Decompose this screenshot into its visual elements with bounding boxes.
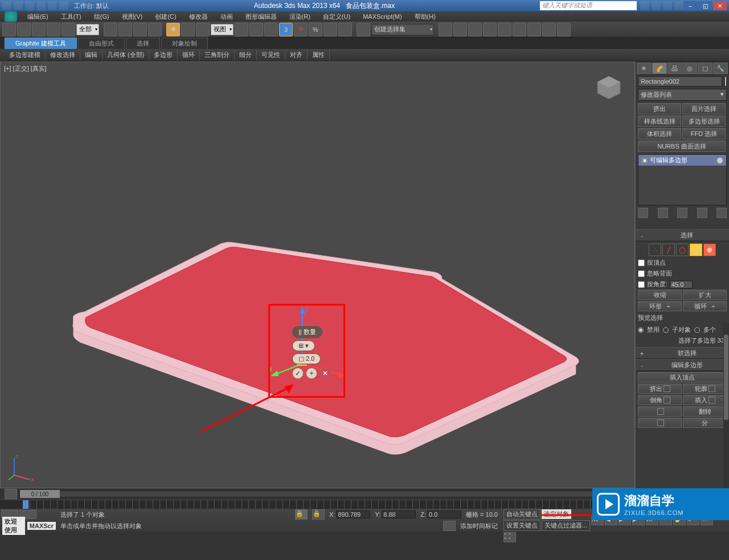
- subobj-element-icon[interactable]: ⬢: [703, 244, 716, 256]
- lock2-icon[interactable]: 🔒: [312, 509, 325, 520]
- keyboard-button[interactable]: [264, 23, 278, 36]
- align-button[interactable]: [453, 23, 467, 36]
- configure-icon[interactable]: [716, 208, 727, 218]
- spinner-snap-button[interactable]: [323, 23, 337, 36]
- undo-button[interactable]: [2, 23, 16, 36]
- move-button[interactable]: ✥: [166, 23, 180, 36]
- time-slider-handle[interactable]: 0 / 100: [20, 490, 60, 498]
- stack-editable-poly[interactable]: ■可编辑多边形: [638, 155, 726, 166]
- modifier-stack[interactable]: ■可编辑多边形: [638, 154, 727, 205]
- menu-tools[interactable]: 工具(T): [55, 13, 87, 21]
- menu-graph-editors[interactable]: 图形编辑器: [240, 13, 282, 21]
- open-icon[interactable]: [14, 1, 23, 10]
- pin-stack-icon[interactable]: [638, 208, 648, 218]
- nav-max-icon[interactable]: ⛶: [503, 532, 516, 542]
- menu-help[interactable]: 帮助(H): [409, 13, 441, 21]
- autokey-button[interactable]: 自动关键点: [503, 509, 540, 520]
- subobj-polygon-icon[interactable]: ■: [690, 244, 702, 256]
- time-tag-icon[interactable]: [443, 521, 456, 531]
- remove-mod-icon[interactable]: [697, 208, 707, 218]
- menu-group[interactable]: 组(G): [88, 13, 115, 21]
- btn-vol-sel[interactable]: 体积选择: [638, 128, 681, 139]
- tab-display-icon[interactable]: ▢: [698, 63, 712, 74]
- help-icon[interactable]: [674, 1, 683, 10]
- restore-button[interactable]: ◱: [698, 1, 712, 10]
- snap-toggle[interactable]: 3: [279, 23, 293, 36]
- time-config-icon[interactable]: [5, 489, 17, 499]
- coord-y[interactable]: [382, 510, 416, 518]
- modifier-list[interactable]: 修改器列表: [638, 89, 727, 101]
- selection-filter[interactable]: 全部: [76, 24, 99, 35]
- rotate-button[interactable]: [181, 23, 195, 36]
- maxscript-label[interactable]: MAXScr: [27, 522, 56, 530]
- sub-polymodel[interactable]: 多边形建模: [5, 50, 46, 60]
- sub-loop[interactable]: 循环: [178, 50, 200, 60]
- chk-byvertex[interactable]: [638, 260, 645, 266]
- link-button[interactable]: [32, 23, 46, 36]
- undo-icon[interactable]: [36, 1, 46, 10]
- comm-icon[interactable]: [652, 1, 661, 10]
- scale-button[interactable]: [196, 23, 210, 36]
- subobj-border-icon[interactable]: ◯: [676, 244, 689, 256]
- btn-extrude2[interactable]: 挤出: [638, 384, 682, 394]
- tab-modify-icon[interactable]: 🌈: [652, 63, 667, 74]
- help-search[interactable]: 键入关键字或短语: [540, 1, 637, 10]
- subobj-vertex-icon[interactable]: ∴: [649, 244, 661, 256]
- bind-button[interactable]: [62, 23, 75, 36]
- project-icon[interactable]: [59, 1, 68, 10]
- rollout-editpoly[interactable]: -编辑多边形: [636, 359, 729, 371]
- menu-modifiers[interactable]: 修改器: [183, 13, 214, 21]
- btn-flip[interactable]: 翻转: [683, 406, 727, 417]
- btn-outline[interactable]: 轮廓: [683, 384, 727, 394]
- select-rect-button[interactable]: [133, 23, 147, 36]
- btn-patch-sel[interactable]: 面片选择: [682, 103, 726, 114]
- unlink-button[interactable]: [47, 23, 60, 36]
- material-editor-button[interactable]: [513, 23, 526, 36]
- sub-subdiv[interactable]: 细分: [235, 50, 257, 60]
- tab-hierarchy-icon[interactable]: 品: [667, 63, 682, 74]
- render-setup-button[interactable]: [527, 23, 541, 36]
- percent-snap-button[interactable]: %: [309, 23, 322, 36]
- ribbon-tab-selection[interactable]: 选择: [126, 38, 160, 49]
- cmd-panel-scrollbar[interactable]: [723, 323, 729, 488]
- ribbon-tab-paint[interactable]: 对象绘制: [161, 38, 208, 49]
- star-icon[interactable]: [663, 1, 672, 10]
- sub-geom[interactable]: 几何体 (全部): [103, 50, 149, 60]
- menu-render[interactable]: 渲染(R): [284, 13, 316, 21]
- manip-button[interactable]: [249, 23, 263, 36]
- select-name-button[interactable]: [118, 23, 132, 36]
- ribbon-tab-freeform[interactable]: 自由形式: [78, 38, 125, 49]
- btn-nurbs-sel[interactable]: NURBS 曲面选择: [638, 141, 726, 152]
- viewport[interactable]: [+] [正交] [真实] z y x: [0, 61, 635, 488]
- sub-tri[interactable]: 三角剖分: [200, 50, 235, 60]
- sel-set-lock-button[interactable]: [357, 23, 370, 36]
- sub-edit[interactable]: 编辑: [80, 50, 103, 60]
- ribbon-tab-graphite[interactable]: Graphite 建模工具: [5, 38, 77, 49]
- menu-maxscript[interactable]: MAXScript(M): [357, 13, 407, 20]
- btn-loop[interactable]: 循环÷: [683, 301, 727, 311]
- btn-grow[interactable]: 扩大: [683, 290, 727, 300]
- btn-poly-sel[interactable]: 多边形选择: [682, 116, 726, 127]
- setkey-button[interactable]: 设置关键点: [503, 520, 540, 531]
- btn-shrink[interactable]: 收缩: [638, 290, 682, 300]
- coord-x[interactable]: [336, 510, 370, 518]
- menu-create[interactable]: 创建(C): [149, 13, 182, 21]
- pivot-button[interactable]: [235, 23, 248, 36]
- named-sel-set[interactable]: 创建选择集: [371, 24, 434, 35]
- sub-align[interactable]: 对齐: [285, 50, 308, 60]
- radio-off[interactable]: [638, 327, 644, 333]
- btn-ffd-sel[interactable]: FFD 选择: [682, 128, 726, 139]
- object-name-field[interactable]: [638, 76, 722, 87]
- show-end-icon[interactable]: [658, 208, 668, 218]
- ref-coord[interactable]: 视图: [211, 24, 234, 35]
- btn-extrude[interactable]: 挤出: [638, 103, 681, 114]
- sub-props[interactable]: 属性: [308, 50, 330, 60]
- rollout-selection[interactable]: -选择: [636, 229, 729, 241]
- keyfilter-button[interactable]: 关键点过滤器...: [542, 520, 590, 531]
- select-object-button[interactable]: [104, 23, 117, 36]
- render-frame-button[interactable]: [542, 23, 556, 36]
- schematic-view-button[interactable]: [498, 23, 511, 36]
- close-button[interactable]: ✕: [713, 1, 727, 10]
- angle-spinner[interactable]: [670, 281, 693, 289]
- sub-poly[interactable]: 多边形: [149, 50, 178, 60]
